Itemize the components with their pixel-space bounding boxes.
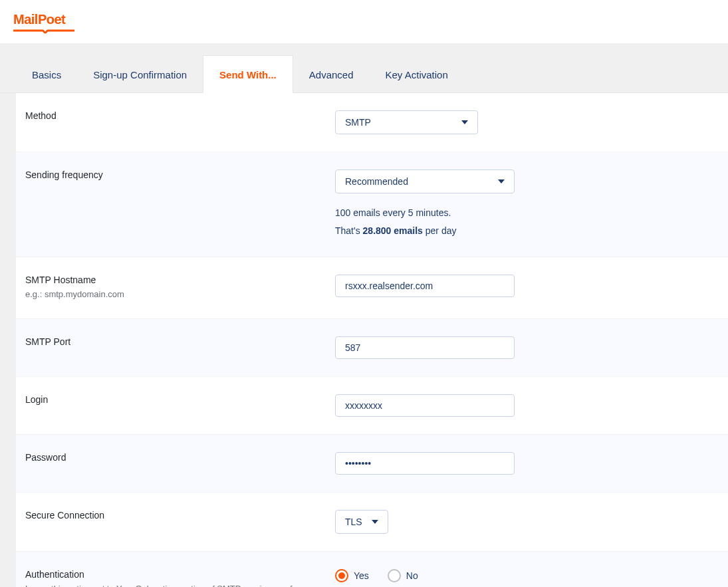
row-login: Login	[16, 377, 728, 435]
port-input[interactable]	[335, 336, 515, 359]
auth-label: Authentication	[25, 569, 315, 580]
logo-part1: Mail	[13, 12, 38, 27]
row-secure: Secure Connection TLS	[16, 493, 728, 552]
frequency-helper-2c: per day	[423, 225, 457, 236]
tabs: Basics Sign-up Confirmation Send With...…	[0, 55, 728, 93]
hostname-input[interactable]	[335, 275, 515, 297]
secure-label: Secure Connection	[25, 510, 315, 521]
password-label: Password	[25, 452, 315, 463]
frequency-helper: 100 emails every 5 minutes. That's 28.80…	[335, 204, 715, 239]
method-label: Method	[25, 110, 315, 121]
radio-icon	[335, 569, 348, 582]
row-hostname: SMTP Hostname e.g.: smtp.mydomain.com	[16, 257, 728, 319]
auth-radio-yes[interactable]: Yes	[335, 569, 369, 582]
auth-yes-label: Yes	[354, 570, 369, 581]
settings-panel: Method SMTP Sending frequency Recommende…	[16, 93, 728, 587]
logo-text: MailPoet	[13, 12, 74, 27]
hostname-label: SMTP Hostname	[25, 275, 315, 285]
auth-no-label: No	[406, 570, 418, 581]
frequency-helper-line1: 100 emails every 5 minutes.	[335, 204, 715, 222]
chevron-down-icon	[461, 120, 468, 124]
tab-advanced[interactable]: Advanced	[293, 55, 370, 92]
login-label: Login	[25, 394, 315, 405]
logo: MailPoet	[13, 12, 74, 34]
tab-key-activation[interactable]: Key Activation	[370, 55, 464, 92]
frequency-label: Sending frequency	[25, 170, 315, 180]
topbar: MailPoet	[0, 0, 728, 43]
hostname-hint: e.g.: smtp.mydomain.com	[25, 288, 315, 301]
login-input[interactable]	[335, 394, 515, 417]
page: Basics Sign-up Confirmation Send With...…	[0, 55, 728, 587]
chevron-down-icon	[372, 520, 378, 524]
row-method: Method SMTP	[16, 93, 728, 152]
radio-icon	[388, 569, 401, 582]
auth-radio-group: Yes No	[335, 569, 715, 582]
frequency-helper-2a: That's	[335, 225, 363, 236]
frequency-helper-line2: That's 28.800 emails per day	[335, 222, 715, 240]
method-value: SMTP	[345, 117, 371, 128]
row-port: SMTP Port	[16, 319, 728, 377]
chevron-down-icon	[498, 179, 505, 183]
frequency-helper-2b: 28.800 emails	[363, 225, 423, 236]
secure-value: TLS	[345, 517, 362, 527]
secure-select[interactable]: TLS	[335, 510, 388, 534]
frequency-value: Recommended	[345, 176, 408, 187]
logo-underline-icon	[13, 29, 74, 34]
method-select[interactable]: SMTP	[335, 110, 478, 134]
port-label: SMTP Port	[25, 336, 315, 347]
auth-radio-no[interactable]: No	[388, 569, 418, 582]
frequency-select[interactable]: Recommended	[335, 170, 515, 193]
tab-send-with[interactable]: Send With...	[203, 55, 293, 93]
password-input[interactable]	[335, 452, 515, 475]
auth-hint: Leave this option set to Yes. Only a tin…	[25, 582, 315, 587]
tab-signup-confirmation[interactable]: Sign-up Confirmation	[77, 55, 203, 92]
row-auth: Authentication Leave this option set to …	[16, 552, 728, 587]
row-frequency: Sending frequency Recommended 100 emails…	[16, 152, 728, 257]
row-password: Password	[16, 435, 728, 493]
logo-part2: Poet	[38, 12, 65, 27]
tab-basics[interactable]: Basics	[16, 55, 77, 92]
